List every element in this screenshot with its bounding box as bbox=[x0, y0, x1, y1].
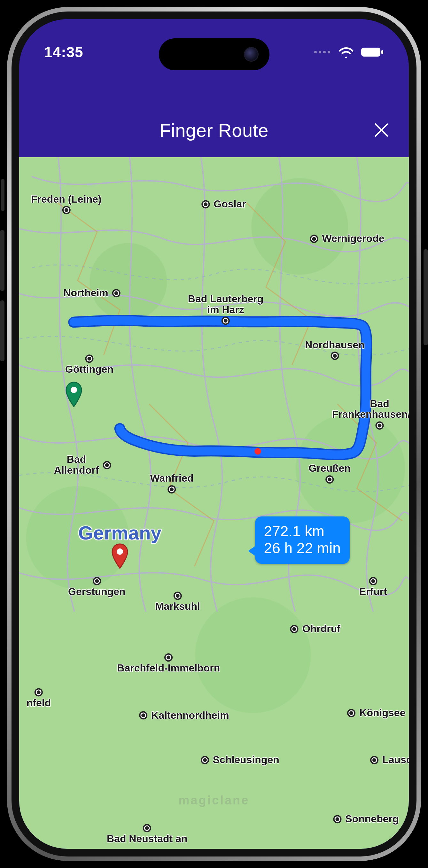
city-marker[interactable]: Ohrdruf bbox=[290, 623, 340, 634]
city-label: Northeim bbox=[63, 288, 108, 299]
svg-point-5 bbox=[117, 549, 123, 555]
city-marker[interactable]: Lausch bbox=[370, 754, 409, 766]
city-marker[interactable]: Freden (Leine) bbox=[31, 194, 101, 214]
route-start-pin[interactable] bbox=[65, 381, 83, 407]
city-dot-icon bbox=[85, 354, 93, 363]
city-dot-icon bbox=[93, 577, 101, 585]
route-info-tail bbox=[248, 545, 256, 557]
city-dot-icon bbox=[347, 709, 356, 717]
app-bar: Finger Route bbox=[19, 103, 409, 157]
city-marker[interactable]: Gerstungen bbox=[68, 577, 126, 597]
route-info-bubble[interactable]: 272.1 km 26 h 22 min bbox=[255, 517, 350, 564]
city-marker[interactable]: Nordhausen bbox=[305, 340, 365, 360]
city-marker[interactable]: Schleusingen bbox=[201, 754, 279, 766]
map-watermark: magiclane bbox=[179, 794, 250, 807]
city-label: nfeld bbox=[27, 698, 51, 709]
city-dot-icon bbox=[112, 289, 121, 297]
city-label: Lausch bbox=[382, 754, 409, 766]
city-marker[interactable]: Goslar bbox=[202, 199, 246, 210]
wifi-icon bbox=[338, 46, 354, 58]
city-label: BadFrankenhausen/Kyf bbox=[332, 399, 409, 420]
front-camera bbox=[244, 47, 258, 62]
city-marker[interactable]: Bad Lauterbergim Harz bbox=[188, 294, 264, 325]
city-dot-icon bbox=[375, 421, 384, 430]
city-label: Wanfried bbox=[150, 473, 194, 484]
city-marker[interactable]: Wernigerode bbox=[310, 233, 384, 244]
city-label: Königsee bbox=[359, 708, 405, 718]
city-dot-icon bbox=[62, 206, 70, 214]
svg-point-4 bbox=[71, 387, 77, 393]
city-marker[interactable]: Northeim bbox=[63, 288, 120, 299]
city-dot-icon bbox=[102, 461, 111, 469]
city-dot-icon bbox=[167, 485, 176, 493]
svg-rect-0 bbox=[361, 48, 380, 57]
city-dot-icon bbox=[326, 475, 334, 484]
city-label: Gerstungen bbox=[68, 586, 126, 597]
status-time: 14:35 bbox=[44, 43, 84, 61]
city-dot-icon bbox=[221, 317, 230, 325]
route-distance: 272.1 km bbox=[264, 523, 341, 540]
city-label: Kaltennordheim bbox=[151, 710, 229, 721]
battery-icon bbox=[361, 46, 384, 58]
route-duration: 26 h 22 min bbox=[264, 540, 341, 557]
city-label: Nordhausen bbox=[305, 340, 365, 350]
city-marker[interactable]: nfeld bbox=[27, 688, 51, 709]
volume-down-button bbox=[0, 301, 4, 361]
mute-switch bbox=[1, 179, 4, 211]
city-label: Sonneberg bbox=[345, 814, 399, 825]
city-marker[interactable]: Erfurt bbox=[359, 577, 387, 597]
city-dot-icon bbox=[201, 756, 209, 764]
close-icon bbox=[373, 122, 390, 138]
city-marker[interactable]: Barchfeld-Immelborn bbox=[117, 654, 220, 674]
close-button[interactable] bbox=[371, 120, 392, 140]
city-dot-icon bbox=[310, 235, 318, 243]
city-marker[interactable]: Wanfried bbox=[150, 473, 194, 493]
city-label: BadAllendorf bbox=[54, 454, 99, 475]
city-marker[interactable]: Kaltennordheim bbox=[139, 710, 229, 721]
city-dot-icon bbox=[174, 592, 182, 600]
city-dot-icon bbox=[34, 688, 43, 696]
page-title: Finger Route bbox=[159, 120, 269, 141]
city-label: Bad Lauterbergim Harz bbox=[188, 294, 264, 315]
svg-rect-1 bbox=[381, 50, 383, 54]
city-marker[interactable]: Sonneberg bbox=[333, 814, 399, 825]
city-marker[interactable]: Königsee bbox=[347, 708, 405, 718]
city-label: Goslar bbox=[214, 199, 246, 210]
city-label: Bad Neustadt an bbox=[107, 834, 187, 844]
city-dot-icon bbox=[369, 577, 377, 585]
city-dot-icon bbox=[164, 654, 173, 662]
city-dot-icon bbox=[331, 352, 339, 360]
city-label: Erfurt bbox=[359, 586, 387, 597]
city-label: Freden (Leine) bbox=[31, 194, 101, 205]
city-dot-icon bbox=[370, 756, 378, 764]
top-chrome: 14:35 bbox=[19, 19, 409, 157]
city-label: Göttingen bbox=[65, 364, 114, 375]
city-label: Marksuhl bbox=[155, 601, 200, 612]
city-label: Wernigerode bbox=[322, 233, 384, 244]
city-dot-icon bbox=[143, 824, 151, 832]
city-dot-icon bbox=[333, 815, 341, 823]
city-label: Ohrdruf bbox=[302, 623, 340, 634]
city-label: Greußen bbox=[308, 463, 350, 474]
city-dot-icon bbox=[290, 625, 299, 633]
volume-up-button bbox=[0, 230, 4, 291]
city-marker[interactable]: BadFrankenhausen/Kyf bbox=[332, 399, 409, 430]
phone-frame: 14:35 bbox=[7, 7, 421, 861]
city-marker[interactable]: Marksuhl bbox=[155, 592, 200, 612]
route-anchor-dot bbox=[254, 448, 261, 455]
city-dot-icon bbox=[202, 200, 210, 208]
dynamic-island bbox=[159, 38, 270, 70]
route-end-pin[interactable] bbox=[111, 543, 129, 569]
city-label: Schleusingen bbox=[213, 754, 279, 766]
screen: 14:35 bbox=[19, 19, 409, 849]
country-label: Germany bbox=[78, 522, 161, 544]
city-marker[interactable]: BadAllendorf bbox=[54, 454, 111, 475]
city-label: Barchfeld-Immelborn bbox=[117, 663, 220, 674]
city-marker[interactable]: Bad Neustadt an bbox=[107, 824, 187, 844]
phone-body: 14:35 bbox=[11, 11, 417, 857]
power-button bbox=[424, 249, 428, 345]
city-marker[interactable]: Greußen bbox=[308, 463, 350, 484]
map[interactable]: Germany 272.1 km 26 h 22 min magiclane bbox=[19, 157, 409, 849]
cellular-icon bbox=[314, 51, 330, 53]
city-marker[interactable]: Göttingen bbox=[65, 354, 114, 375]
